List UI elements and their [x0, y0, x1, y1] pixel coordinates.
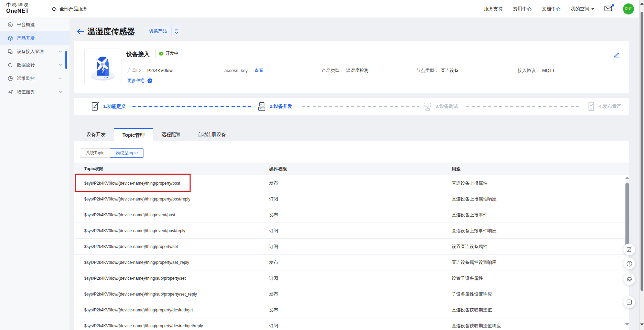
table-header-row: Topic权限 操作权限 用途 — [74, 163, 629, 175]
sidebar-item-label: 数据流转 — [17, 62, 35, 68]
permission-cell: 订阅 — [269, 244, 452, 250]
service-face-icon — [626, 276, 633, 282]
tab-topic-management[interactable]: Topic管理 — [114, 128, 153, 141]
subtab-thing-model-topic[interactable]: 物模型topic — [110, 148, 143, 158]
all-products-label: 全部产品服务 — [60, 6, 87, 12]
sidebar-item-value-added-services[interactable]: 增值服务 — [0, 85, 69, 99]
tab-device-development[interactable]: 设备开发 — [78, 128, 114, 141]
checklist-icon — [586, 101, 596, 112]
collapse-button[interactable] — [623, 296, 635, 308]
chevron-down-icon — [58, 76, 63, 81]
field-label: 接入协议： — [518, 68, 540, 73]
permission-cell: 发布 — [269, 259, 452, 266]
chevron-down-icon — [58, 49, 63, 54]
step-function-definition[interactable]: 1.功能定义 — [90, 101, 126, 112]
expand-toggle[interactable] — [172, 26, 181, 36]
sidebar-scrollbar-thumb[interactable] — [65, 51, 67, 69]
onenet-logo[interactable]: 中移坤灵 OneNET — [6, 2, 30, 14]
my-space-label: 我的空间 — [571, 6, 589, 12]
chevron-down-circle-icon — [147, 78, 152, 83]
page-scroll-down-arrow[interactable] — [640, 323, 644, 326]
topic-cell: $sys/P2k4KV0low/{device-name}/thing/even… — [74, 213, 269, 217]
diamond-icon — [52, 7, 57, 12]
nav-doc-center[interactable]: 文档中心 — [542, 6, 560, 12]
switch-product-label[interactable]: 切换产品 — [144, 26, 172, 36]
step-device-development[interactable]: 2.设备开发 — [257, 101, 292, 112]
usage-cell: 直连设备上报属性 — [452, 180, 629, 186]
pie-chart-icon — [8, 76, 13, 81]
monitor-dashed-icon — [423, 101, 432, 112]
usage-cell: 直连设备上报事件 — [452, 212, 629, 218]
chevron-down-icon — [58, 90, 63, 94]
subtab-system-topic[interactable]: 系统Topic — [80, 148, 110, 158]
arrow-left-icon — [76, 28, 85, 34]
field-access-key: access_key：查看 — [224, 68, 263, 74]
sidebar-item-label: 平台概览 — [17, 22, 35, 28]
cube-icon — [8, 35, 13, 41]
tab-bar: 设备开发 Topic管理 远程配置 自动注册设备 — [74, 128, 629, 141]
usage-cell: 直连设备上报属性响应 — [452, 196, 629, 202]
switch-product-button[interactable]: 切换产品 — [144, 26, 181, 36]
page-scroll-up-arrow[interactable] — [640, 2, 644, 5]
sidebar-item-data-flow[interactable]: 数据流转 — [0, 58, 69, 72]
view-access-key-link[interactable]: 查看 — [254, 68, 263, 73]
field-value: 温湿度检测 — [346, 68, 368, 73]
table-scrollbar-thumb[interactable] — [625, 183, 629, 253]
sidebar-item-label: 设备接入管理 — [17, 49, 44, 55]
table-scroll-down-arrow[interactable] — [625, 323, 629, 326]
tab-remote-config[interactable]: 远程配置 — [153, 128, 189, 141]
refresh-icon — [8, 62, 13, 68]
sidebar-item-platform-overview[interactable]: 平台概览 — [0, 18, 69, 31]
permission-cell: 发布 — [269, 180, 452, 186]
table-row: $sys/P2k4KV0low/{device-name}/thing/prop… — [74, 318, 629, 330]
paper-plane-icon — [8, 89, 13, 95]
messages-button[interactable] — [604, 6, 613, 12]
table-row: $sys/P2k4KV0low/{device-name}/thing/prop… — [74, 302, 629, 318]
table-scroll-up-arrow[interactable] — [625, 177, 629, 179]
status-label: 开发中 — [165, 51, 179, 56]
page-scrollbar-thumb[interactable] — [641, 12, 643, 291]
step-label: 1.功能定义 — [103, 103, 126, 110]
dev-steps-bar: 1.功能定义 2.设备开发 3.设备调试 4.发布量产 — [74, 98, 629, 115]
header-topic-permission: Topic权限 — [74, 166, 269, 172]
topic-cell: $sys/P2k4KV0low/{device-name}/thing/prop… — [74, 308, 269, 312]
edit-product-button[interactable] — [613, 51, 620, 58]
topic-cell: $sys/P2k4KV0low/{device-name}/thing/prop… — [74, 323, 269, 328]
usage-cell: 直连设备获取期望值 — [452, 307, 629, 313]
chevron-down-icon — [591, 8, 594, 10]
step-connector — [132, 106, 251, 107]
sidebar-item-ops-monitoring[interactable]: 运维监控 — [0, 72, 69, 85]
permission-cell: 订阅 — [269, 228, 452, 234]
back-button[interactable] — [76, 28, 85, 34]
chevron-down-icon — [58, 63, 63, 67]
page-title: 温湿度传感器 — [87, 26, 135, 37]
step-connector — [466, 106, 581, 107]
help-button[interactable]: ? — [623, 258, 635, 269]
table-row: $sys/P2k4KV0low/{device-name}/thing/sub/… — [74, 286, 629, 302]
sidebar-item-device-access[interactable]: 设备接入管理 — [0, 45, 69, 58]
sidebar-item-product-development[interactable]: 产品开发 — [0, 31, 69, 45]
nav-service-support[interactable]: 服务支持 — [484, 6, 503, 12]
more-info-toggle[interactable]: 更多信息 — [127, 78, 152, 84]
field-label: 节点类型： — [416, 68, 439, 73]
tab-auto-register-device[interactable]: 自动注册设备 — [189, 128, 234, 141]
chevron-up-down-icon — [174, 28, 179, 34]
permission-cell: 发布 — [269, 291, 452, 297]
topic-cell: $sys/P2k4KV0low/{device-name}/thing/prop… — [74, 197, 269, 202]
nav-billing-center[interactable]: 费用中心 — [513, 6, 532, 12]
step-release-production: 4.发布量产 — [586, 101, 621, 112]
avatar[interactable]: 良许 — [623, 3, 634, 14]
sidebar: 平台概览 产品开发 设备接入管理 数据流转 运维监控 增值服务 — [0, 18, 70, 330]
table-row: $sys/P2k4KV0low/{device-name}/thing/prop… — [74, 175, 629, 191]
permission-cell: 发布 — [269, 212, 452, 218]
nav-my-space[interactable]: 我的空间 — [571, 6, 594, 12]
usage-cell: 设置子设备属性 — [452, 275, 629, 281]
sidebar-item-label: 产品开发 — [17, 35, 35, 41]
feedback-button[interactable] — [623, 244, 635, 255]
all-products-menu[interactable]: 全部产品服务 — [52, 0, 87, 18]
customer-service-button[interactable] — [623, 273, 635, 285]
devices-icon — [8, 49, 13, 54]
field-value: P2k4KV0low — [147, 68, 173, 73]
table-row: $sys/P2k4KV0low/{device-name}/thing/prop… — [74, 239, 629, 255]
step-label: 3.设备调试 — [436, 103, 458, 110]
